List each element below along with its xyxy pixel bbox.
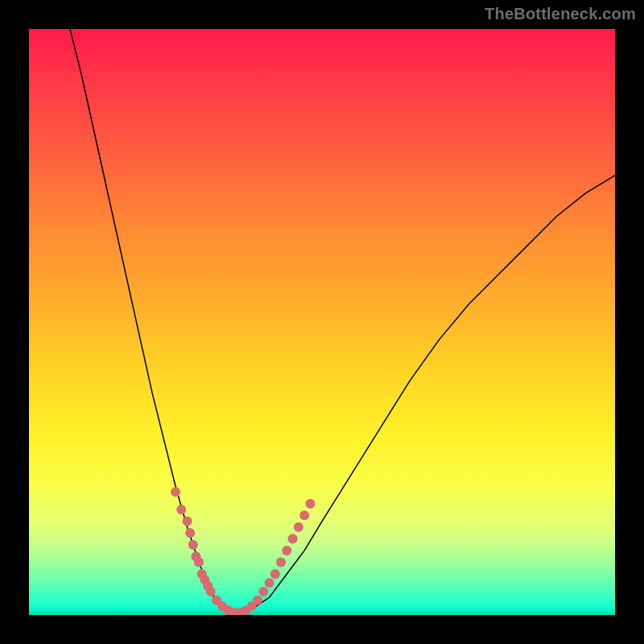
marker-dot — [276, 557, 286, 567]
left-branch-path — [70, 29, 234, 615]
marker-dot — [305, 499, 315, 509]
marker-dot — [258, 587, 268, 597]
left-curve — [70, 29, 234, 615]
marker-dot — [264, 578, 274, 588]
marker-dot — [288, 534, 298, 543]
watermark-text: TheBottleneck.com — [485, 5, 636, 23]
marker-dot — [183, 517, 192, 526]
marker-dot — [194, 557, 204, 567]
marker-dot — [270, 569, 280, 579]
chart-svg — [29, 29, 615, 615]
marker-dot — [185, 528, 195, 538]
marker-layer — [171, 487, 315, 615]
marker-dot — [299, 510, 309, 520]
marker-dot — [188, 540, 198, 550]
plot-area — [29, 29, 615, 615]
chart-frame: TheBottleneck.com — [0, 0, 644, 644]
marker-dot — [171, 487, 180, 497]
marker-dot — [294, 522, 303, 532]
marker-dot — [253, 596, 262, 605]
marker-dot — [206, 587, 216, 597]
marker-dot — [282, 546, 291, 555]
marker-dot — [176, 505, 186, 514]
